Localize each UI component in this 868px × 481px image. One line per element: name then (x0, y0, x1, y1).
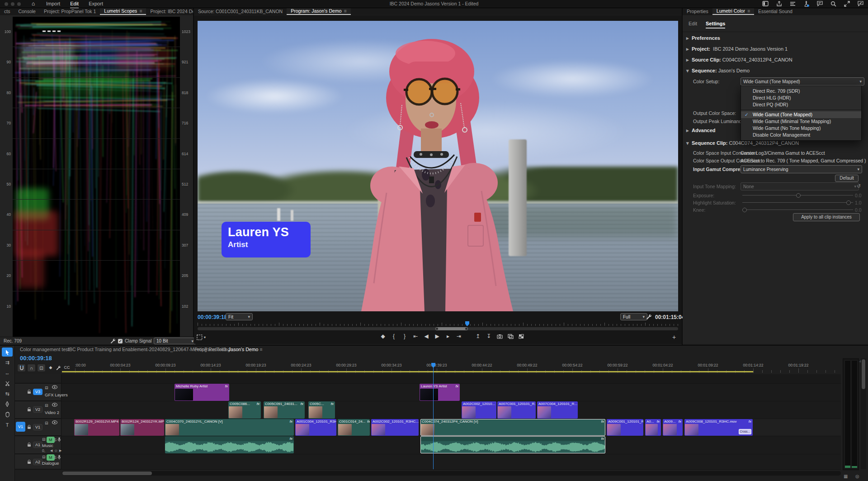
step-forward-icon[interactable]: ▸ (443, 332, 453, 340)
workspace-switcher-icon[interactable] (760, 0, 770, 7)
go-to-in-icon[interactable]: ⇤ (411, 332, 420, 340)
multicam-icon[interactable] (517, 332, 526, 340)
tab-properties[interactable]: Properties (683, 8, 712, 15)
window-minimize-button[interactable] (11, 2, 14, 6)
keyboard-icon[interactable]: ▦ (844, 474, 848, 479)
tab-project-proppanel-tok-1[interactable]: Project: PropPanel Tok 1 (40, 8, 100, 15)
solo-button[interactable]: S (54, 438, 57, 442)
timeline-ruler[interactable]: :00:0000:00:04:2300:00:09:2300:00:14:230… (62, 362, 841, 375)
home-icon[interactable]: ⌂ (32, 0, 35, 8)
mic-icon[interactable] (57, 455, 61, 461)
tab-console[interactable]: Console (14, 8, 40, 15)
clip-b002r124-240312yk-mp4[interactable]: B002R124_240312YK.MP4fx (120, 419, 164, 436)
clip-a0[interactable]: A0...fx (645, 419, 661, 436)
clip-c004c074-240312p4-canon-v[interactable]: C004C074_240312P4_CANON [V]fx (420, 419, 605, 436)
track-a2-lane[interactable] (15, 454, 841, 470)
slider-thumb[interactable] (742, 208, 747, 212)
window-zoom-button[interactable] (17, 2, 21, 6)
source-patch-v1[interactable]: V1 (16, 422, 25, 432)
window-close-button[interactable] (5, 2, 8, 6)
sync-lock-icon[interactable]: ⊟ (45, 421, 48, 425)
next-keyframe-icon[interactable]: ▶ (59, 449, 61, 452)
clip-a001c004-120101-r3hc[interactable]: A001C004_120101_R3HC...fx (295, 419, 336, 436)
monitor-settings-wrench-icon[interactable] (646, 314, 651, 320)
track-v3-name[interactable]: GFX Layers (45, 392, 68, 397)
share-icon[interactable] (774, 0, 784, 7)
scope-wrench-icon[interactable] (110, 338, 115, 344)
clip-c005c[interactable]: C005C...fx (308, 401, 335, 419)
sync-lock-icon[interactable]: ⊟ (42, 455, 46, 459)
program-scrollbar-thumb[interactable] (435, 327, 468, 330)
lock-icon[interactable] (27, 390, 31, 395)
program-timecode[interactable]: 00:00:39:18 (198, 314, 227, 320)
sync-lock-icon[interactable]: ⊟ (42, 437, 46, 442)
clip-a007c001-120101-r[interactable]: A007C001_120101_R...fx (497, 401, 536, 419)
tab-project-ibc-2024-demo-jasons-version-1[interactable]: Project: IBC 2024 Demo Jasons Version 1 (146, 8, 193, 15)
sync-lock-icon[interactable]: ⊟ (45, 403, 48, 408)
clip-c005c091-24031[interactable]: C005C091_24031...fx (264, 401, 305, 419)
tab-settings[interactable]: Settings (706, 21, 725, 29)
clip-a009c008-120101-r3hc-mov[interactable]: A009C008_120101_R3HC.movfxCross... (684, 419, 753, 436)
reset-icon[interactable]: ↺ (857, 183, 861, 189)
color-setup-select[interactable]: Wide Gamut (Tone Mapped)▾ (741, 77, 864, 86)
clip-michelle-ruby-artist[interactable]: Michelle Ruby Artistfx (175, 384, 229, 401)
track-a2-name[interactable]: Dialogue (42, 461, 59, 466)
pen-tool[interactable] (2, 400, 13, 409)
clip-c001c014-24[interactable]: C001C014_24...fx (338, 419, 370, 436)
toggle-visibility-icon[interactable] (52, 420, 57, 425)
timeline-tab-proppaneltok1[interactable]: PropPanelTok1 (194, 346, 226, 353)
transition-badge-cross-dissolve[interactable]: Cross... (739, 429, 751, 434)
apply-all-button[interactable]: Apply to all clip instances (793, 213, 860, 221)
lock-icon[interactable] (27, 407, 31, 413)
track-v2-name[interactable]: Video 2 (45, 410, 59, 415)
lift-icon[interactable]: ↥ (473, 332, 482, 340)
work-area-bar[interactable] (62, 371, 753, 372)
add-keyframe-icon[interactable]: ◇ (55, 449, 57, 452)
bit-depth-select[interactable]: 10 Bit▾ (154, 338, 196, 344)
program-mini-ruler[interactable] (198, 322, 678, 326)
clamp-signal-checkbox[interactable]: ✓ (118, 338, 123, 343)
timeline-settings-icon[interactable]: ⊡ (37, 364, 46, 372)
export-frame-icon[interactable] (495, 332, 504, 340)
track-a1-badge[interactable]: A1 (33, 442, 42, 448)
lock-icon[interactable] (27, 460, 31, 465)
clip-c005c086[interactable]: C005C086...fx (228, 401, 261, 419)
timeline-playhead[interactable] (433, 367, 434, 469)
linked-selection-icon[interactable]: ∩ (27, 364, 36, 372)
program-scrollbar-track[interactable] (198, 327, 678, 330)
tab-program-jason-s-demo[interactable]: Program: Jason's Demo≡ (287, 8, 350, 15)
lock-icon[interactable] (27, 443, 31, 448)
safe-margins-icon[interactable]: ▾ (197, 333, 206, 341)
mute-button[interactable]: M (47, 437, 55, 443)
tab-source-c001c001-240311kb-canon[interactable]: Source: C001C001_240311KB_CANON (194, 8, 287, 15)
timeline-tab-jason-s-demo[interactable]: × Jason's Demo ≡ (224, 346, 262, 353)
mark-out-icon[interactable]: } (400, 332, 409, 340)
menu-item-wide-gamut-no-tone-mapping[interactable]: Wide Gamut (No Tone Mapping) (741, 125, 861, 132)
section-project[interactable]: ▸Project: IBC 2024 Demo Jasons Version 1 (686, 46, 868, 52)
type-tool[interactable]: T (2, 420, 13, 429)
ripple-edit-tool[interactable]: ↔ (2, 368, 13, 377)
mic-icon[interactable] (57, 437, 61, 443)
track-v2-lane[interactable] (15, 401, 841, 419)
track-v3-badge[interactable]: V3 (33, 389, 42, 395)
add-marker-icon[interactable]: ◆ (378, 332, 387, 340)
razor-tool[interactable] (2, 379, 13, 388)
clip-a009c001-120101-r[interactable]: A009C001_120101_R...fx (607, 419, 643, 436)
step-back-icon[interactable]: ◀ (422, 332, 431, 340)
clip-a009[interactable]: A009...fx (663, 419, 683, 436)
slider-thumb[interactable] (796, 193, 801, 198)
track-v1-badge[interactable]: V1 (33, 424, 42, 430)
record-icon[interactable]: ◎ (855, 474, 859, 479)
clip-a002c002-120101-r3hc[interactable]: A002C002_120101_R3HC...fx (371, 419, 419, 436)
menu-import[interactable]: Import (46, 0, 60, 8)
playback-resolution-select[interactable]: Full▾ (620, 313, 647, 320)
hand-tool[interactable] (2, 410, 13, 419)
section-preferences[interactable]: ▸Preferences (686, 35, 868, 41)
app-menu-icon[interactable] (788, 0, 797, 7)
slip-tool[interactable]: ⇆ (2, 389, 13, 398)
send-feedback-icon[interactable] (855, 0, 865, 7)
tab-essential-sound[interactable]: Essential Sound (754, 8, 797, 15)
add-button[interactable]: + (670, 333, 679, 341)
marker-icon[interactable]: ◆ (47, 364, 54, 371)
gamut-compression-select[interactable]: Luminance Preserving▾ (741, 165, 862, 173)
